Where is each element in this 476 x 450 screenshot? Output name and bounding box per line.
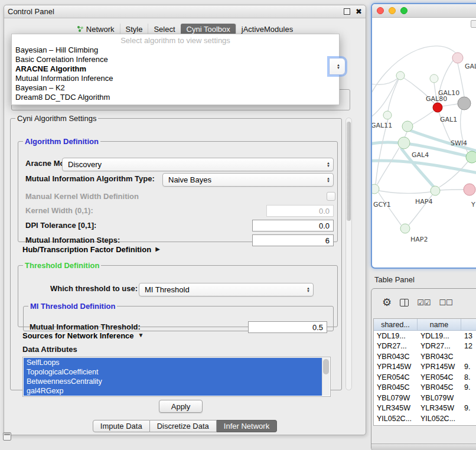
scrollbar-thumb[interactable] xyxy=(347,122,351,221)
bottom-tab-impute-data[interactable]: Impute Data xyxy=(93,420,150,432)
attribute-gal4rgexp[interactable]: gal4RGexp xyxy=(24,386,322,396)
table-row[interactable]: YBR045CYBR045C9. xyxy=(374,383,476,393)
hub-definition-label: Hub/Transcription Factor Definition xyxy=(22,245,151,254)
tab-select[interactable]: Select xyxy=(148,24,180,35)
threshold-definition-group: Threshold Definition Which threshold to … xyxy=(18,261,338,327)
network-window-titlebar[interactable] xyxy=(372,4,476,18)
attribute-betweennesscentrality[interactable]: BetweennessCentrality xyxy=(24,377,322,386)
minimize-traffic-light[interactable] xyxy=(389,7,396,14)
cyni-algorithm-settings-group: Cyni Algorithm Settings Algorithm Defini… xyxy=(10,114,342,390)
algorithm-option-basic-correlation-inference[interactable]: Basic Correlation Inference xyxy=(12,55,339,64)
bottom-tab-infer-network[interactable]: Infer Network xyxy=(217,420,277,432)
scrollbar-thumb[interactable] xyxy=(323,359,329,374)
algorithm-select-combo-fragment[interactable]: ▲▼ xyxy=(329,58,345,75)
tab-style[interactable]: Style xyxy=(120,24,148,35)
tab-cyni-toolbox[interactable]: Cyni Toolbox xyxy=(181,24,236,35)
algorithm-definition-title: Algorithm Definition xyxy=(23,137,100,146)
manual-kernel-label: Manual Kernel Width Definition xyxy=(25,191,139,203)
table-row[interactable]: YBL079WYBL079W xyxy=(374,393,476,403)
table-row[interactable]: YER054CYER054C8. xyxy=(374,372,476,383)
table-cell: YDL19... xyxy=(374,332,418,340)
table-cell: YDR27... xyxy=(418,342,461,350)
node-label-gal11: GAL11 xyxy=(372,122,392,129)
network-node[interactable] xyxy=(430,74,438,83)
table-row[interactable]: YDR27...YDR27...12 xyxy=(374,341,476,352)
which-threshold-select[interactable]: MI Threshold ▲▼ xyxy=(139,283,314,296)
table-toolbar: ⚙ ☑☑ ☐☐ xyxy=(371,292,476,312)
attribute-selfloops[interactable]: SelfLoops xyxy=(24,358,322,367)
apply-button[interactable]: Apply xyxy=(159,400,203,413)
close-traffic-light[interactable] xyxy=(377,7,384,14)
mi-steps-input[interactable]: 6 xyxy=(252,234,334,246)
tab-jactivemodules[interactable]: jActiveModules xyxy=(236,24,298,35)
attribute-topologicalcoefficient[interactable]: TopologicalCoefficient xyxy=(24,367,322,377)
control-panel-titlebar: Control Panel ✖ xyxy=(4,5,366,18)
bottom-tab-discretize-data[interactable]: Discretize Data xyxy=(150,420,217,432)
mi-algorithm-type-select[interactable]: Naive Bayes ▲▼ xyxy=(162,173,334,187)
columns-icon[interactable] xyxy=(400,299,409,306)
dpi-tolerance-input[interactable]: 0.0 xyxy=(252,220,334,231)
data-attributes-label: Data Attributes xyxy=(22,344,77,356)
float-window-icon[interactable] xyxy=(344,8,350,15)
network-node[interactable] xyxy=(402,121,413,132)
dpi-tolerance-label: DPI Tolerance [0,1]: xyxy=(25,220,96,231)
control-panel-title: Control Panel xyxy=(8,7,54,16)
attributes-scrollbar[interactable] xyxy=(322,358,330,396)
tab-network[interactable]: Network xyxy=(71,24,120,35)
sources-toggle[interactable]: Sources for Network Inference ▼ xyxy=(22,331,144,340)
table-cell: YDL19... xyxy=(418,332,461,340)
node-label-hap4: HAP4 xyxy=(415,198,432,206)
table-row[interactable]: YBR043CYBR043C xyxy=(374,351,476,362)
mi-steps-value: 6 xyxy=(325,236,330,245)
table-row[interactable]: YDL19...YDL19...13 xyxy=(374,331,476,341)
which-threshold-label: Which threshold to use: xyxy=(50,283,138,295)
table-cell: YER054C xyxy=(374,373,418,381)
column-header-name[interactable]: name xyxy=(418,319,461,330)
kernel-width-input[interactable]: 0.0 xyxy=(266,205,334,217)
close-icon[interactable]: ✖ xyxy=(356,8,362,15)
aracne-mode-select[interactable]: Discovery ▲▼ xyxy=(62,158,334,171)
column-header-col2[interactable] xyxy=(461,319,476,330)
node-pink-top[interactable] xyxy=(452,53,463,63)
algorithm-option-dream8-dc-tdc-algorithm[interactable]: Dream8 DC_TDC Algorithm xyxy=(12,93,339,102)
network-node[interactable] xyxy=(372,184,379,194)
algorithm-option-aracne-algorithm[interactable]: ARACNE Algorithm xyxy=(12,64,339,74)
network-node[interactable] xyxy=(466,151,476,163)
network-scroll-button[interactable] xyxy=(471,20,476,28)
combo-arrows-icon: ▲▼ xyxy=(337,64,340,70)
gear-icon[interactable]: ⚙ xyxy=(382,296,392,309)
data-attributes-list[interactable]: SelfLoopsTopologicalCoefficientBetweenne… xyxy=(22,357,331,397)
mi-threshold-input[interactable]: 0.5 xyxy=(248,321,327,333)
network-node[interactable] xyxy=(431,186,440,195)
node-red-selected[interactable] xyxy=(433,103,442,112)
network-node[interactable] xyxy=(398,137,410,149)
network-node[interactable] xyxy=(383,111,392,119)
network-node[interactable] xyxy=(400,224,410,233)
algorithm-option-mutual-information-inference[interactable]: Mutual Information Inference xyxy=(12,74,339,83)
network-canvas[interactable]: GAL80GAL10GALGAL11GAL1SWI4GAL4GCY1HAP4YH… xyxy=(372,18,476,268)
control-panel-window: Control Panel ✖ NetworkStyleSelectCyni T… xyxy=(4,5,366,435)
panel-dock-icon[interactable] xyxy=(3,432,11,441)
column-header-shared[interactable]: shared... xyxy=(374,319,418,330)
algorithm-option-bayesian-k2[interactable]: Bayesian – K2 xyxy=(12,83,339,93)
table-panel-title: Table Panel xyxy=(374,275,415,284)
manual-kernel-checkbox[interactable] xyxy=(327,192,335,201)
zoom-traffic-light[interactable] xyxy=(400,7,407,14)
table-cell: 8. xyxy=(461,373,476,381)
settings-vertical-scrollbar[interactable] xyxy=(345,118,352,390)
cyni-bottom-tabs: Impute DataDiscretize DataInfer Network xyxy=(4,420,366,432)
checked-boxes-icon[interactable]: ☑☑ xyxy=(417,298,431,307)
table-row[interactable]: YPR145WYPR145W9. xyxy=(374,362,476,373)
node-gray[interactable] xyxy=(458,97,471,110)
table-row[interactable]: YLR345WYLR345W9. xyxy=(374,403,476,414)
window-buttons: ✖ xyxy=(344,8,362,15)
node-pink-right[interactable] xyxy=(464,184,475,195)
network-node[interactable] xyxy=(396,71,405,80)
combo-arrows-icon: ▲▼ xyxy=(327,177,330,183)
table-rows: YDL19...YDL19...13YDR27...YDR27...12YBR0… xyxy=(374,331,476,424)
unchecked-boxes-icon[interactable]: ☐☐ xyxy=(439,298,452,307)
node-label-gcy1: GCY1 xyxy=(373,201,391,208)
hub-definition-toggle[interactable]: Hub/Transcription Factor Definition ▶ xyxy=(22,244,160,254)
table-row[interactable]: YIL052C...YIL052C... xyxy=(374,413,476,424)
algorithm-option-bayesian-hill-climbing[interactable]: Bayesian – Hill Climbing xyxy=(12,45,339,55)
